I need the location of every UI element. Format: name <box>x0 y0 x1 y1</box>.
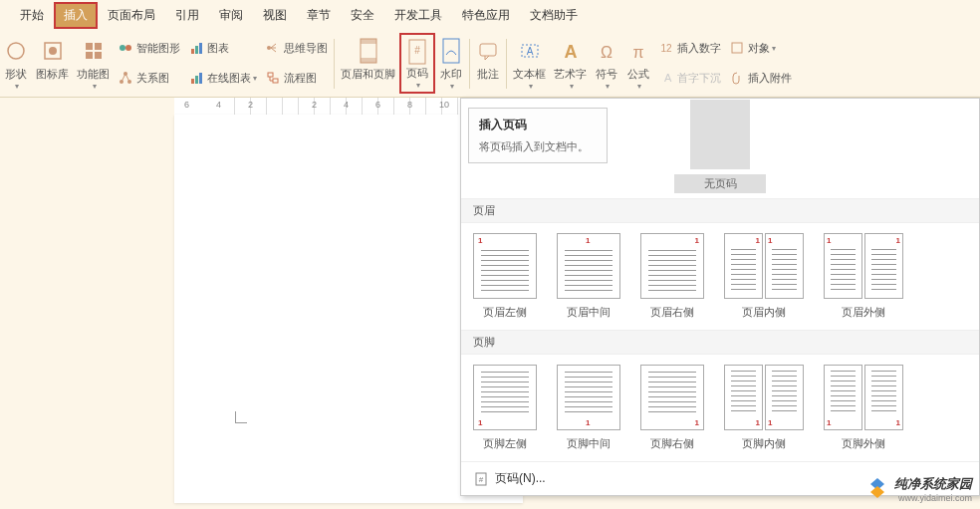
svg-text:#: # <box>414 45 420 56</box>
symbol-button[interactable]: Ω 符号▾ <box>591 33 622 94</box>
page-number-label: 页码 <box>406 66 428 81</box>
svg-text:Ω: Ω <box>601 44 612 61</box>
svg-rect-19 <box>268 73 273 77</box>
footer-center-option[interactable]: 1 页脚中间 <box>557 365 620 451</box>
function-chart-label: 功能图 <box>77 67 110 82</box>
svg-point-7 <box>120 45 125 51</box>
tab-start[interactable]: 开始 <box>10 2 54 29</box>
svg-text:A: A <box>664 72 672 84</box>
svg-text:A: A <box>564 42 577 62</box>
shape-button[interactable]: 形状▾ <box>0 33 32 94</box>
header-left-option[interactable]: 1 页眉左侧 <box>473 233 537 320</box>
chart-button[interactable]: 图表 <box>184 38 261 58</box>
formula-icon: π <box>626 35 650 67</box>
tab-reference[interactable]: 引用 <box>165 2 209 29</box>
page-number-button[interactable]: # 页码▾ <box>399 33 435 94</box>
flowchart-icon <box>265 70 281 86</box>
object-button[interactable]: 对象▾ <box>725 38 796 58</box>
function-chart-button[interactable]: 功能图▾ <box>73 33 114 94</box>
shape-label: 形状 <box>5 67 27 82</box>
svg-rect-6 <box>95 52 102 59</box>
insert-number-icon: 12 <box>658 40 674 56</box>
tab-chapter[interactable]: 章节 <box>297 2 341 29</box>
tab-bar: 开始 插入 页面布局 引用 审阅 视图 章节 安全 开发工具 特色应用 文档助手 <box>0 0 980 30</box>
relation-icon <box>118 70 133 86</box>
svg-rect-3 <box>86 43 93 50</box>
footer-section-label: 页脚 <box>461 330 979 355</box>
watermark-logo-icon <box>864 476 890 502</box>
tab-security[interactable]: 安全 <box>341 2 384 29</box>
svg-rect-4 <box>95 43 102 50</box>
footer-right-option[interactable]: 1 页脚右侧 <box>640 365 704 451</box>
header-footer-label: 页眉和页脚 <box>341 67 395 82</box>
symbol-icon: Ω <box>595 35 618 67</box>
svg-rect-17 <box>199 73 202 84</box>
svg-point-18 <box>267 46 271 50</box>
header-inside-option[interactable]: 1 1 页眉内侧 <box>724 233 804 320</box>
chart-icon <box>188 40 204 56</box>
footer-options-row: 1 页脚左侧 1 页脚中间 1 页脚右侧 1 1 页脚内侧 1 1 页脚外侧 <box>461 355 979 461</box>
function-chart-icon <box>82 35 106 67</box>
tab-insert[interactable]: 插入 <box>54 2 98 29</box>
flowchart-button[interactable]: 流程图 <box>261 68 332 88</box>
tab-assistant[interactable]: 文档助手 <box>520 2 588 29</box>
comment-icon <box>476 35 500 67</box>
relation-button[interactable]: 关系图 <box>114 68 184 88</box>
formula-label: 公式 <box>627 67 649 82</box>
page-number-icon: # <box>405 37 429 66</box>
comment-button[interactable]: 批注 <box>472 33 504 94</box>
site-watermark: 纯净系统家园 www.yidaimei.com <box>864 474 972 503</box>
svg-rect-27 <box>480 44 496 56</box>
svg-rect-20 <box>273 79 278 83</box>
symbol-label: 符号 <box>596 67 617 82</box>
insert-number-button[interactable]: 12插入数字 <box>654 38 725 58</box>
online-chart-icon <box>188 70 204 86</box>
online-chart-button[interactable]: 在线图表▾ <box>184 68 261 88</box>
formula-button[interactable]: π 公式▾ <box>622 33 654 94</box>
tab-special[interactable]: 特色应用 <box>452 2 520 29</box>
textbox-button[interactable]: A 文本框▾ <box>509 33 550 94</box>
watermark-label: 水印 <box>440 67 462 82</box>
svg-rect-14 <box>199 43 202 54</box>
svg-point-8 <box>125 45 131 51</box>
svg-rect-12 <box>191 49 194 54</box>
header-outside-option[interactable]: 1 1 页眉外侧 <box>824 233 903 320</box>
svg-text:#: # <box>479 475 484 484</box>
svg-text:12: 12 <box>660 43 672 54</box>
iconlib-button[interactable]: 图标库 <box>32 33 73 94</box>
svg-rect-15 <box>191 79 194 84</box>
dropcap-button[interactable]: A首字下沉 <box>654 68 725 88</box>
tab-view[interactable]: 视图 <box>253 2 297 29</box>
wordart-icon: A <box>559 35 583 67</box>
header-center-option[interactable]: 1 页眉中间 <box>557 233 620 320</box>
no-page-number-option[interactable]: 无页码 <box>674 100 766 193</box>
mindmap-icon <box>265 40 281 56</box>
object-icon <box>729 40 745 56</box>
tab-review[interactable]: 审阅 <box>209 2 253 29</box>
footer-inside-option[interactable]: 1 1 页脚内侧 <box>724 365 804 451</box>
tooltip-desc: 将页码插入到文档中。 <box>479 139 597 154</box>
svg-rect-5 <box>86 52 93 59</box>
header-section-label: 页眉 <box>461 198 979 223</box>
wordart-button[interactable]: A 艺术字▾ <box>550 33 591 94</box>
svg-rect-22 <box>361 39 376 44</box>
header-footer-button[interactable]: 页眉和页脚 <box>337 33 399 94</box>
no-page-preview <box>690 100 750 169</box>
watermark-button[interactable]: 水印▾ <box>435 33 467 94</box>
shape-icon <box>4 35 28 67</box>
ribbon: 形状▾ 图标库 功能图▾ 智能图形 关系图 图表 在线图表▾ 思维导图 流程图 … <box>0 30 980 98</box>
page-margin-corner <box>235 411 247 423</box>
smart-graphic-button[interactable]: 智能图形 <box>114 38 184 58</box>
attachment-button[interactable]: 插入附件 <box>725 68 796 88</box>
tab-devtools[interactable]: 开发工具 <box>384 2 452 29</box>
svg-rect-13 <box>195 46 198 54</box>
header-right-option[interactable]: 1 页眉右侧 <box>640 233 704 320</box>
mindmap-button[interactable]: 思维导图 <box>261 38 332 58</box>
attachment-icon <box>729 70 745 86</box>
footer-outside-option[interactable]: 1 1 页脚外侧 <box>824 365 903 451</box>
tooltip-title: 插入页码 <box>479 117 597 133</box>
header-options-row: 1 页眉左侧 1 页眉中间 1 页眉右侧 1 1 页眉内侧 1 1 页眉外侧 <box>461 223 979 330</box>
page-number-dialog-icon: # <box>473 471 489 487</box>
footer-left-option[interactable]: 1 页脚左侧 <box>473 365 537 451</box>
tab-layout[interactable]: 页面布局 <box>98 2 165 29</box>
